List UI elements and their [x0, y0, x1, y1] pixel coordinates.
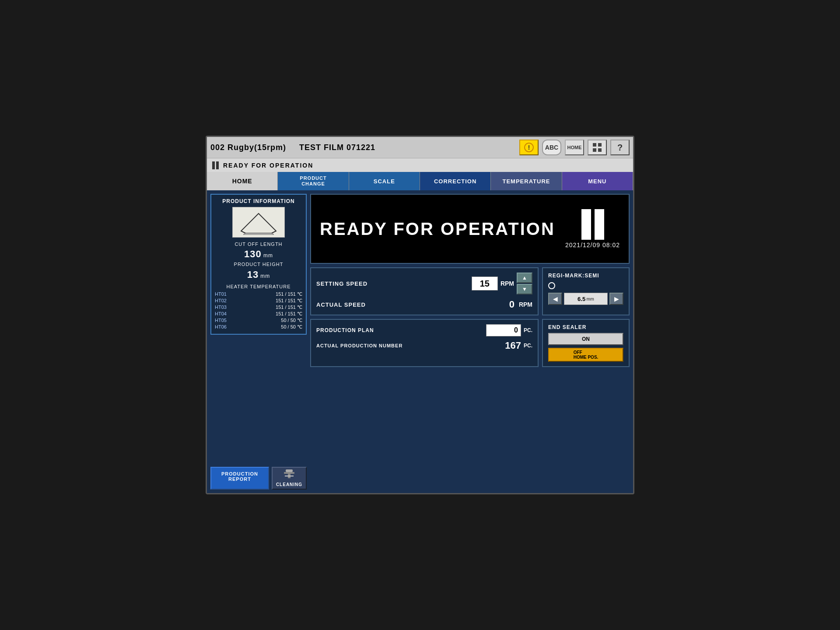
regi-controls: ◀ 6.5 mm ▶: [548, 293, 623, 305]
regi-value: 6.5: [578, 296, 585, 302]
speed-arrows: ▲ ▼: [517, 273, 532, 294]
heater-label-ht02: HT02: [215, 298, 227, 304]
cleaning-icon: [282, 469, 296, 481]
right-panel: READY FOR OPERATION 2021/12/09 08:02 SET…: [310, 194, 630, 490]
machine-code: 002 Rugby(15rpm): [210, 143, 286, 152]
heater-row-ht01: HT01 151 / 151 ℃: [215, 291, 302, 298]
heater-row-ht04: HT04 151 / 151 ℃: [215, 311, 302, 317]
tab-correction[interactable]: CORRECTION: [420, 172, 491, 190]
controls-row: SETTING SPEED 15 RPM ▲ ▼: [310, 267, 630, 315]
product-height-label: PRODUCT HEIGHT: [234, 261, 284, 268]
title-bar: 002 Rugby(15rpm) TEST FILM 071221 ! ABC …: [207, 137, 633, 158]
heater-section: HEATER TEMPERATURE HT01 151 / 151 ℃ HT02…: [215, 284, 302, 330]
production-plan-row: PRODUCTION PLAN 0 PC.: [316, 324, 532, 336]
datetime-text: 2021/12/09 08:02: [565, 242, 620, 248]
production-plan-unit: PC.: [524, 327, 532, 333]
speed-down-button[interactable]: ▼: [517, 284, 532, 294]
end-sealer-off-home-button[interactable]: OFFHOME POS.: [548, 348, 623, 362]
regi-panel: REGI-MARK:SEMI ◀ 6.5 mm ▶: [542, 267, 630, 315]
production-report-button[interactable]: PRODUCTIONREPORT: [210, 467, 269, 490]
abc-label: ABC: [545, 144, 558, 151]
heater-label-ht01: HT01: [215, 291, 227, 297]
regi-unit: mm: [586, 297, 594, 301]
home-button[interactable]: HOME: [565, 140, 584, 155]
actual-speed-label: ACTUAL SPEED: [316, 301, 366, 308]
pause-icon: [212, 161, 219, 169]
heater-row-ht02: HT02 151 / 151 ℃: [215, 298, 302, 304]
nav-tabs: HOME PRODUCTCHANGE SCALE CORRECTION TEMP…: [207, 172, 633, 190]
svg-rect-10: [286, 469, 293, 472]
help-button[interactable]: ?: [610, 140, 630, 155]
end-sealer-panel: END SEALER ON OFFHOME POS.: [542, 319, 630, 367]
heater-value-ht03: 151 / 151 ℃: [276, 304, 302, 310]
actual-production-value: 167: [505, 340, 521, 351]
help-label: ?: [617, 143, 623, 153]
production-plan-label: PRODUCTION PLAN: [316, 327, 374, 333]
heater-row-ht03: HT03 151 / 151 ℃: [215, 304, 302, 311]
end-sealer-on-label: ON: [582, 336, 590, 342]
speed-panel: SETTING SPEED 15 RPM ▲ ▼: [310, 267, 539, 315]
regi-left-button[interactable]: ◀: [548, 293, 562, 305]
product-image: [232, 207, 285, 238]
pause-symbol: [581, 209, 604, 240]
heater-value-ht02: 151 / 151 ℃: [276, 298, 302, 304]
end-sealer-on-button[interactable]: ON: [548, 333, 623, 345]
svg-rect-11: [284, 472, 294, 474]
svg-rect-5: [598, 148, 602, 152]
production-row: PRODUCTION PLAN 0 PC. ACTUAL PRODUCTION …: [310, 319, 630, 367]
production-plan-input[interactable]: 0: [486, 324, 521, 336]
warning-button[interactable]: !: [519, 140, 539, 155]
tab-scale[interactable]: SCALE: [349, 172, 420, 190]
actual-speed-row: ACTUAL SPEED 0 RPM: [316, 299, 532, 310]
tab-menu[interactable]: MENU: [562, 172, 633, 190]
cut-off-label: CUT OFF LENGTH 130 mm PRODUCT HEIGHT 13 …: [234, 241, 284, 281]
pause-display: 2021/12/09 08:02: [565, 209, 620, 248]
heater-row-ht06: HT06 50 / 50 ℃: [215, 324, 302, 330]
status-bar: READY FOR OPERATION: [207, 158, 633, 172]
svg-rect-2: [593, 143, 596, 147]
svg-line-8: [241, 231, 245, 233]
setting-speed-row: SETTING SPEED 15 RPM ▲ ▼: [316, 273, 532, 294]
ready-text: READY FOR OPERATION: [320, 219, 555, 239]
production-panel: PRODUCTION PLAN 0 PC. ACTUAL PRODUCTION …: [310, 319, 539, 367]
grid-button[interactable]: [588, 140, 607, 155]
bottom-buttons: PRODUCTIONREPORT CLEANING: [210, 467, 307, 490]
end-sealer-title: END SEALER: [548, 324, 623, 330]
svg-text:!: !: [528, 144, 530, 151]
actual-production-label: ACTUAL PRODUCTION NUMBER: [316, 343, 402, 348]
actual-production-unit: PC.: [524, 343, 532, 349]
left-panel: PRODUCT INFORMATION CUT OFF LENGTH 130 m…: [210, 194, 307, 490]
svg-rect-3: [598, 143, 602, 147]
tab-temperature[interactable]: TEMPERATURE: [491, 172, 562, 190]
actual-production-row: ACTUAL PRODUCTION NUMBER 167 PC.: [316, 340, 532, 351]
speed-up-button[interactable]: ▲: [517, 273, 532, 283]
heater-label-ht06: HT06: [215, 324, 227, 330]
heater-label-ht05: HT05: [215, 318, 227, 323]
heater-value-ht05: 50 / 50 ℃: [281, 318, 302, 323]
home-label: HOME: [567, 145, 582, 150]
regi-circle: [548, 282, 555, 289]
main-content: PRODUCT INFORMATION CUT OFF LENGTH 130 m…: [207, 190, 633, 493]
product-height-value: 13: [247, 269, 259, 280]
svg-marker-6: [241, 214, 276, 233]
regi-value-box: 6.5 mm: [564, 293, 608, 305]
regi-title: REGI-MARK:SEMI: [548, 273, 623, 279]
tab-home[interactable]: HOME: [207, 172, 278, 190]
actual-speed-unit: RPM: [519, 301, 532, 308]
heater-value-ht01: 151 / 151 ℃: [276, 291, 302, 297]
svg-marker-7: [243, 233, 274, 234]
status-display: READY FOR OPERATION 2021/12/09 08:02: [310, 194, 630, 264]
svg-rect-4: [593, 148, 596, 152]
tab-product-change[interactable]: PRODUCTCHANGE: [278, 172, 349, 190]
setting-speed-unit: RPM: [500, 280, 514, 287]
screen-container: 002 Rugby(15rpm) TEST FILM 071221 ! ABC …: [206, 136, 634, 494]
setting-speed-value[interactable]: 15: [472, 276, 498, 290]
regi-right-button[interactable]: ▶: [609, 293, 623, 305]
machine-title: 002 Rugby(15rpm) TEST FILM 071221: [210, 143, 516, 152]
cleaning-button[interactable]: CLEANING: [272, 467, 307, 490]
abc-button[interactable]: ABC: [542, 140, 561, 155]
heater-label-ht03: HT03: [215, 304, 227, 310]
svg-line-9: [272, 231, 276, 233]
product-info-box: PRODUCT INFORMATION CUT OFF LENGTH 130 m…: [210, 194, 307, 335]
cut-off-value: 130: [244, 248, 262, 259]
